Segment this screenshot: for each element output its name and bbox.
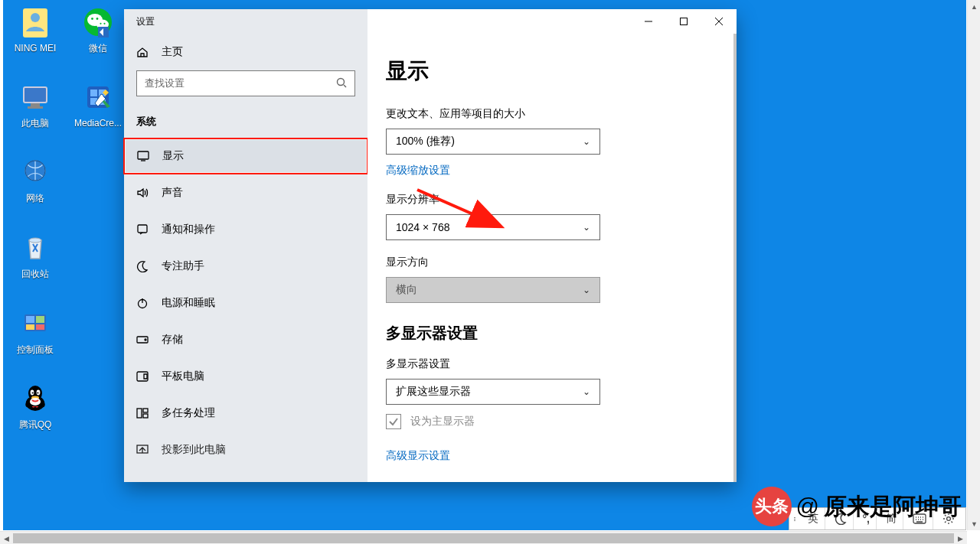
search-placeholder: 查找设置 [145, 77, 185, 90]
svg-rect-4 [28, 106, 43, 109]
desktop: NING MEI 此电脑 网络 回收站 控制面板 腾讯QQ 微信 [3, 0, 966, 530]
svg-point-27 [103, 23, 105, 24]
orientation-select: 横向 ⌄ [386, 277, 600, 303]
nav-display[interactable]: 显示 [123, 138, 368, 174]
svg-rect-42 [143, 409, 148, 412]
multi-display-select[interactable]: 扩展这些显示器 ⌄ [386, 379, 600, 405]
orientation-label: 显示方向 [386, 256, 718, 269]
svg-rect-36 [138, 225, 147, 233]
nav-power[interactable]: 电源和睡眠 [124, 285, 368, 321]
nav-tablet[interactable]: 平板电脑 [124, 358, 368, 395]
desktop-icon-recyclebin[interactable]: 回收站 [6, 230, 64, 279]
primary-display-checkbox[interactable]: 设为主显示器 [386, 414, 718, 429]
search-input[interactable]: 查找设置 [136, 70, 355, 96]
orientation-value: 横向 [396, 283, 417, 297]
chevron-down-icon: ⌄ [583, 222, 590, 233]
nav-multitask-label: 多任务处理 [162, 406, 215, 420]
svg-point-34 [338, 78, 345, 85]
settings-main-panel: 显示 更改文本、应用等项目的大小 100% (推荐) ⌄ 高级缩放设置 显示分辨… [368, 9, 737, 482]
settings-sidebar: 设置 主页 查找设置 系统 显示 [124, 9, 368, 482]
nav-notifications-label: 通知和操作 [162, 223, 215, 236]
desktop-icon-wechat[interactable]: 微信 [69, 4, 127, 54]
svg-point-25 [96, 18, 99, 20]
multi-display-label: 多显示器设置 [386, 357, 718, 371]
scale-value: 100% (推荐) [396, 135, 455, 148]
home-icon [136, 46, 149, 58]
watermark-name: 原来是阿坤哥 [824, 491, 962, 523]
tablet-icon [136, 371, 149, 382]
resolution-select[interactable]: 1024 × 768 ⌄ [386, 214, 600, 240]
nav-sound[interactable]: 声音 [124, 174, 368, 211]
desktop-icon-thispc[interactable]: 此电脑 [6, 79, 64, 129]
window-title: 设置 [124, 9, 368, 34]
nav-display-label: 显示 [162, 149, 184, 163]
svg-rect-35 [138, 151, 149, 159]
resolution-label: 显示分辨率 [386, 193, 718, 207]
svg-rect-9 [26, 316, 34, 323]
chevron-down-icon: ⌄ [583, 285, 590, 295]
primary-display-label: 设为主显示器 [410, 415, 475, 428]
nav-focus-label: 专注助手 [162, 259, 204, 273]
page-vertical-scrollbar[interactable]: ▲▼ [967, 0, 980, 530]
desktop-icon-mediacreation[interactable]: MediaCre... [69, 79, 127, 129]
desktop-icon-qq[interactable]: 腾讯QQ [6, 380, 64, 430]
toutiao-logo: 头条 [752, 487, 792, 526]
svg-point-17 [32, 392, 34, 393]
nav-storage[interactable]: 存储 [124, 321, 368, 358]
storage-icon [136, 335, 149, 344]
nav-projecting-label: 投影到此电脑 [162, 443, 226, 457]
resolution-value: 1024 × 768 [396, 221, 449, 233]
svg-rect-45 [681, 18, 688, 25]
svg-rect-3 [31, 103, 40, 106]
close-button[interactable] [701, 9, 737, 34]
svg-point-39 [145, 339, 146, 340]
maximize-button[interactable] [666, 9, 701, 34]
project-icon [136, 445, 149, 455]
nav-tablet-label: 平板电脑 [162, 370, 204, 383]
svg-rect-2 [24, 87, 47, 103]
svg-rect-41 [137, 409, 142, 418]
display-icon [137, 151, 149, 161]
svg-rect-11 [26, 324, 34, 330]
nav-storage-label: 存储 [162, 333, 183, 347]
power-icon [136, 297, 149, 309]
search-icon [336, 77, 347, 90]
svg-rect-12 [36, 324, 44, 330]
sidebar-section-system: 系统 [124, 104, 368, 129]
chevron-down-icon: ⌄ [583, 386, 590, 397]
nav-home[interactable]: 主页 [124, 34, 368, 70]
svg-point-1 [31, 13, 40, 22]
advanced-display-link[interactable]: 高级显示设置 [386, 449, 450, 463]
scale-select[interactable]: 100% (推荐) ⌄ [386, 129, 600, 155]
page-title: 显示 [386, 57, 718, 86]
nav-multitask[interactable]: 多任务处理 [124, 395, 368, 432]
multitask-icon [136, 408, 149, 419]
nav-notifications[interactable]: 通知和操作 [124, 211, 368, 248]
notifications-icon [136, 223, 149, 236]
desktop-icon-controlpanel[interactable]: 控制面板 [6, 305, 64, 355]
nav-sound-label: 声音 [162, 186, 183, 200]
nav-projecting[interactable]: 投影到此电脑 [124, 432, 368, 468]
desktop-icon-network[interactable]: 网络 [6, 154, 64, 204]
nav-home-label: 主页 [162, 45, 183, 59]
svg-rect-43 [143, 414, 148, 418]
minimize-button[interactable] [631, 9, 666, 34]
settings-window: 设置 主页 查找设置 系统 显示 [124, 9, 737, 482]
svg-point-18 [37, 392, 38, 393]
multi-display-heading: 多显示器设置 [386, 323, 718, 344]
svg-rect-40 [137, 372, 148, 381]
svg-rect-30 [90, 90, 97, 96]
desktop-icon-ningmei[interactable]: NING MEI [6, 4, 64, 54]
svg-point-7 [29, 238, 41, 243]
nav-power-label: 电源和睡眠 [162, 296, 215, 310]
chevron-down-icon: ⌄ [583, 136, 590, 147]
svg-point-24 [91, 18, 93, 20]
svg-point-26 [100, 23, 101, 24]
page-horizontal-scrollbar[interactable]: ◀▶ [0, 531, 967, 544]
advanced-scaling-link[interactable]: 高级缩放设置 [386, 164, 450, 178]
nav-focus[interactable]: 专注助手 [124, 248, 368, 285]
watermark-at: @ [796, 494, 819, 520]
svg-rect-10 [36, 316, 44, 323]
watermark: 头条 @ 原来是阿坤哥 [747, 486, 966, 527]
scale-label: 更改文本、应用等项目的大小 [386, 107, 718, 121]
